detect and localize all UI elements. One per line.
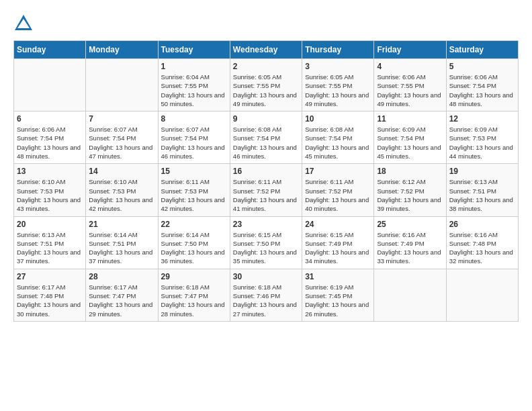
day-number: 6 xyxy=(17,114,83,124)
calendar-cell: 4Sunrise: 6:06 AM Sunset: 7:55 PM Daylig… xyxy=(374,59,446,111)
day-number: 5 xyxy=(449,62,515,71)
day-info: Sunrise: 6:07 AM Sunset: 7:54 PM Dayligh… xyxy=(89,125,154,161)
calendar-cell: 12Sunrise: 6:09 AM Sunset: 7:53 PM Dayli… xyxy=(446,111,518,164)
day-number: 8 xyxy=(161,114,227,124)
calendar-cell xyxy=(446,269,518,321)
day-info: Sunrise: 6:08 AM Sunset: 7:54 PM Dayligh… xyxy=(233,125,299,161)
day-info: Sunrise: 6:11 AM Sunset: 7:52 PM Dayligh… xyxy=(233,177,299,213)
calendar-cell: 11Sunrise: 6:09 AM Sunset: 7:54 PM Dayli… xyxy=(374,111,446,164)
day-info: Sunrise: 6:18 AM Sunset: 7:47 PM Dayligh… xyxy=(161,283,227,318)
day-info: Sunrise: 6:16 AM Sunset: 7:49 PM Dayligh… xyxy=(377,230,443,266)
header-sunday: Sunday xyxy=(14,41,86,59)
week-row-2: 6Sunrise: 6:06 AM Sunset: 7:54 PM Daylig… xyxy=(14,111,519,164)
header-monday: Monday xyxy=(86,41,158,59)
week-row-5: 27Sunrise: 6:17 AM Sunset: 7:48 PM Dayli… xyxy=(14,269,519,321)
calendar-cell: 8Sunrise: 6:07 AM Sunset: 7:54 PM Daylig… xyxy=(158,111,230,164)
calendar-cell: 2Sunrise: 6:05 AM Sunset: 7:55 PM Daylig… xyxy=(230,59,302,111)
day-number: 18 xyxy=(377,167,443,176)
day-info: Sunrise: 6:08 AM Sunset: 7:54 PM Dayligh… xyxy=(305,125,371,161)
calendar-cell: 5Sunrise: 6:06 AM Sunset: 7:54 PM Daylig… xyxy=(446,59,518,111)
day-info: Sunrise: 6:06 AM Sunset: 7:55 PM Dayligh… xyxy=(377,73,443,108)
day-info: Sunrise: 6:13 AM Sunset: 7:51 PM Dayligh… xyxy=(449,177,515,213)
day-number: 14 xyxy=(89,167,154,176)
day-number: 9 xyxy=(233,114,299,124)
header-friday: Friday xyxy=(374,41,446,59)
calendar-cell: 16Sunrise: 6:11 AM Sunset: 7:52 PM Dayli… xyxy=(230,164,302,216)
day-number: 13 xyxy=(17,167,83,176)
day-number: 27 xyxy=(17,272,83,281)
calendar-cell: 23Sunrise: 6:15 AM Sunset: 7:50 PM Dayli… xyxy=(230,216,302,269)
calendar-cell: 14Sunrise: 6:10 AM Sunset: 7:53 PM Dayli… xyxy=(86,164,158,216)
day-number: 2 xyxy=(233,62,299,71)
calendar-cell: 13Sunrise: 6:10 AM Sunset: 7:53 PM Dayli… xyxy=(14,164,86,216)
day-number: 4 xyxy=(377,62,443,71)
day-number: 24 xyxy=(305,220,371,229)
day-info: Sunrise: 6:16 AM Sunset: 7:48 PM Dayligh… xyxy=(449,230,515,266)
day-info: Sunrise: 6:05 AM Sunset: 7:55 PM Dayligh… xyxy=(305,73,371,108)
page-header xyxy=(13,13,519,34)
calendar-cell: 27Sunrise: 6:17 AM Sunset: 7:48 PM Dayli… xyxy=(14,269,86,321)
calendar-cell: 1Sunrise: 6:04 AM Sunset: 7:55 PM Daylig… xyxy=(158,59,230,111)
calendar-cell: 6Sunrise: 6:06 AM Sunset: 7:54 PM Daylig… xyxy=(14,111,86,164)
day-number: 28 xyxy=(89,272,154,281)
day-number: 12 xyxy=(449,114,515,124)
calendar-cell: 15Sunrise: 6:11 AM Sunset: 7:53 PM Dayli… xyxy=(158,164,230,216)
calendar-cell: 9Sunrise: 6:08 AM Sunset: 7:54 PM Daylig… xyxy=(230,111,302,164)
day-number: 29 xyxy=(161,272,227,281)
day-number: 10 xyxy=(305,114,371,124)
calendar-cell: 20Sunrise: 6:13 AM Sunset: 7:51 PM Dayli… xyxy=(14,216,86,269)
calendar-cell: 19Sunrise: 6:13 AM Sunset: 7:51 PM Dayli… xyxy=(446,164,518,216)
day-number: 30 xyxy=(233,272,299,281)
day-info: Sunrise: 6:17 AM Sunset: 7:47 PM Dayligh… xyxy=(89,283,154,318)
calendar-cell: 31Sunrise: 6:19 AM Sunset: 7:45 PM Dayli… xyxy=(302,269,374,321)
calendar-cell: 30Sunrise: 6:18 AM Sunset: 7:46 PM Dayli… xyxy=(230,269,302,321)
calendar-cell: 10Sunrise: 6:08 AM Sunset: 7:54 PM Dayli… xyxy=(302,111,374,164)
header-wednesday: Wednesday xyxy=(230,41,302,59)
day-info: Sunrise: 6:07 AM Sunset: 7:54 PM Dayligh… xyxy=(161,125,227,161)
day-number: 15 xyxy=(161,167,227,176)
day-number: 16 xyxy=(233,167,299,176)
day-number: 11 xyxy=(377,114,443,124)
day-info: Sunrise: 6:12 AM Sunset: 7:52 PM Dayligh… xyxy=(377,177,443,213)
calendar-cell: 3Sunrise: 6:05 AM Sunset: 7:55 PM Daylig… xyxy=(302,59,374,111)
day-number: 19 xyxy=(449,167,515,176)
calendar-cell: 25Sunrise: 6:16 AM Sunset: 7:49 PM Dayli… xyxy=(374,216,446,269)
header-thursday: Thursday xyxy=(302,41,374,59)
day-info: Sunrise: 6:19 AM Sunset: 7:45 PM Dayligh… xyxy=(305,283,371,318)
header-saturday: Saturday xyxy=(446,41,518,59)
calendar-cell: 17Sunrise: 6:11 AM Sunset: 7:52 PM Dayli… xyxy=(302,164,374,216)
day-info: Sunrise: 6:15 AM Sunset: 7:49 PM Dayligh… xyxy=(305,230,371,266)
calendar-cell: 18Sunrise: 6:12 AM Sunset: 7:52 PM Dayli… xyxy=(374,164,446,216)
calendar-cell: 21Sunrise: 6:14 AM Sunset: 7:51 PM Dayli… xyxy=(86,216,158,269)
day-info: Sunrise: 6:10 AM Sunset: 7:53 PM Dayligh… xyxy=(89,177,154,213)
day-info: Sunrise: 6:13 AM Sunset: 7:51 PM Dayligh… xyxy=(17,230,83,266)
calendar-table: SundayMondayTuesdayWednesdayThursdayFrid… xyxy=(13,40,519,322)
week-row-3: 13Sunrise: 6:10 AM Sunset: 7:53 PM Dayli… xyxy=(14,164,519,216)
calendar-cell: 24Sunrise: 6:15 AM Sunset: 7:49 PM Dayli… xyxy=(302,216,374,269)
day-number: 21 xyxy=(89,220,154,229)
day-number: 1 xyxy=(161,62,227,71)
day-info: Sunrise: 6:09 AM Sunset: 7:54 PM Dayligh… xyxy=(377,125,443,161)
day-info: Sunrise: 6:18 AM Sunset: 7:46 PM Dayligh… xyxy=(233,283,299,318)
week-row-1: 1Sunrise: 6:04 AM Sunset: 7:55 PM Daylig… xyxy=(14,59,519,111)
calendar-cell: 7Sunrise: 6:07 AM Sunset: 7:54 PM Daylig… xyxy=(86,111,158,164)
week-row-4: 20Sunrise: 6:13 AM Sunset: 7:51 PM Dayli… xyxy=(14,216,519,269)
day-info: Sunrise: 6:04 AM Sunset: 7:55 PM Dayligh… xyxy=(161,73,227,108)
day-number: 26 xyxy=(449,220,515,229)
day-number: 22 xyxy=(161,220,227,229)
calendar-cell xyxy=(86,59,158,111)
logo xyxy=(13,13,36,34)
day-info: Sunrise: 6:14 AM Sunset: 7:50 PM Dayligh… xyxy=(161,230,227,266)
day-info: Sunrise: 6:05 AM Sunset: 7:55 PM Dayligh… xyxy=(233,73,299,108)
calendar-cell xyxy=(14,59,86,111)
day-info: Sunrise: 6:15 AM Sunset: 7:50 PM Dayligh… xyxy=(233,230,299,266)
day-info: Sunrise: 6:06 AM Sunset: 7:54 PM Dayligh… xyxy=(449,73,515,108)
calendar-cell: 26Sunrise: 6:16 AM Sunset: 7:48 PM Dayli… xyxy=(446,216,518,269)
header-tuesday: Tuesday xyxy=(158,41,230,59)
day-info: Sunrise: 6:09 AM Sunset: 7:53 PM Dayligh… xyxy=(449,125,515,161)
day-info: Sunrise: 6:10 AM Sunset: 7:53 PM Dayligh… xyxy=(17,177,83,213)
day-number: 25 xyxy=(377,220,443,229)
day-info: Sunrise: 6:17 AM Sunset: 7:48 PM Dayligh… xyxy=(17,283,83,318)
day-number: 20 xyxy=(17,220,83,229)
day-info: Sunrise: 6:06 AM Sunset: 7:54 PM Dayligh… xyxy=(17,125,83,161)
